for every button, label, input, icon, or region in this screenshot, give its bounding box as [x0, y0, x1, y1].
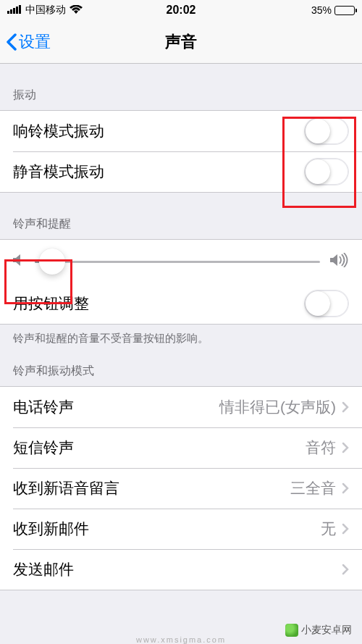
ring-vibrate-cell: 响铃模式振动: [0, 111, 362, 151]
svg-rect-2: [13, 8, 15, 14]
svg-rect-0: [7, 11, 9, 14]
status-left: 中国移动: [7, 4, 83, 17]
change-with-buttons-label: 用按钮调整: [13, 293, 89, 314]
change-with-buttons-cell: 用按钮调整: [0, 283, 362, 324]
silent-vibrate-cell: 静音模式振动: [0, 151, 362, 192]
page-title: 声音: [165, 31, 197, 53]
nav-bar: 设置 声音: [0, 20, 362, 64]
new-mail-value: 无: [321, 519, 336, 539]
back-button[interactable]: 设置: [0, 31, 51, 53]
sent-mail-label: 发送邮件: [13, 559, 74, 580]
new-voicemail-cell[interactable]: 收到新语音留言 三全音: [0, 468, 362, 509]
chevron-right-icon: [342, 442, 349, 453]
chevron-left-icon: [6, 33, 17, 51]
svg-rect-4: [19, 5, 21, 14]
change-with-buttons-toggle[interactable]: [304, 290, 349, 317]
watermark-url: www.xmsigma.com: [136, 635, 226, 644]
section-header-ringer: 铃声和提醒: [0, 193, 362, 239]
ring-vibrate-toggle[interactable]: [304, 117, 349, 145]
carrier-label: 中国移动: [25, 4, 66, 17]
slider-knob[interactable]: [39, 248, 65, 275]
silent-vibrate-label: 静音模式振动: [13, 162, 104, 182]
speaker-low-icon: [13, 253, 25, 270]
silent-vibrate-toggle[interactable]: [304, 158, 349, 185]
new-mail-label: 收到新邮件: [13, 519, 89, 539]
status-right: 35%: [311, 4, 355, 16]
battery-percent: 35%: [311, 4, 332, 16]
sent-mail-cell[interactable]: 发送邮件: [0, 549, 362, 590]
watermark: 小麦安卓网: [285, 624, 352, 637]
text-tone-cell[interactable]: 短信铃声 音符: [0, 427, 362, 468]
text-tone-value: 音符: [306, 438, 336, 458]
svg-rect-1: [10, 9, 12, 14]
svg-rect-3: [16, 7, 18, 14]
watermark-text: 小麦安卓网: [301, 624, 352, 637]
chevron-right-icon: [342, 564, 349, 575]
volume-slider[interactable]: [35, 261, 320, 263]
watermark-logo-icon: [285, 624, 298, 637]
new-voicemail-label: 收到新语音留言: [13, 478, 119, 498]
chevron-right-icon: [342, 401, 349, 413]
new-voicemail-value: 三全音: [290, 478, 336, 498]
battery-icon: [334, 6, 355, 15]
chevron-right-icon: [342, 523, 349, 535]
new-mail-cell[interactable]: 收到新邮件 无: [0, 509, 362, 549]
section-header-vibration: 振动: [0, 64, 362, 110]
volume-slider-cell: [0, 240, 362, 283]
ringtone-value: 情非得已(女声版): [219, 397, 336, 417]
status-time: 20:02: [167, 4, 196, 17]
ringtone-cell[interactable]: 电话铃声 情非得已(女声版): [0, 387, 362, 427]
speaker-high-icon: [330, 253, 349, 270]
patterns-group: 电话铃声 情非得已(女声版) 短信铃声 音符 收到新语音留言 三全音 收到新邮件…: [0, 386, 362, 590]
chevron-right-icon: [342, 482, 349, 494]
ringer-group: 用按钮调整: [0, 239, 362, 325]
back-label: 设置: [19, 31, 51, 53]
section-header-patterns: 铃声和振动模式: [0, 349, 362, 386]
status-bar: 中国移动 20:02 35%: [0, 0, 362, 20]
ringer-footer: 铃声和提醒的音量不受音量按钮的影响。: [0, 325, 362, 349]
ringtone-label: 电话铃声: [13, 397, 74, 417]
ring-vibrate-label: 响铃模式振动: [13, 121, 104, 141]
signal-icon: [7, 4, 22, 16]
wifi-icon: [70, 4, 83, 16]
vibration-group: 响铃模式振动 静音模式振动: [0, 110, 362, 193]
text-tone-label: 短信铃声: [13, 438, 74, 458]
